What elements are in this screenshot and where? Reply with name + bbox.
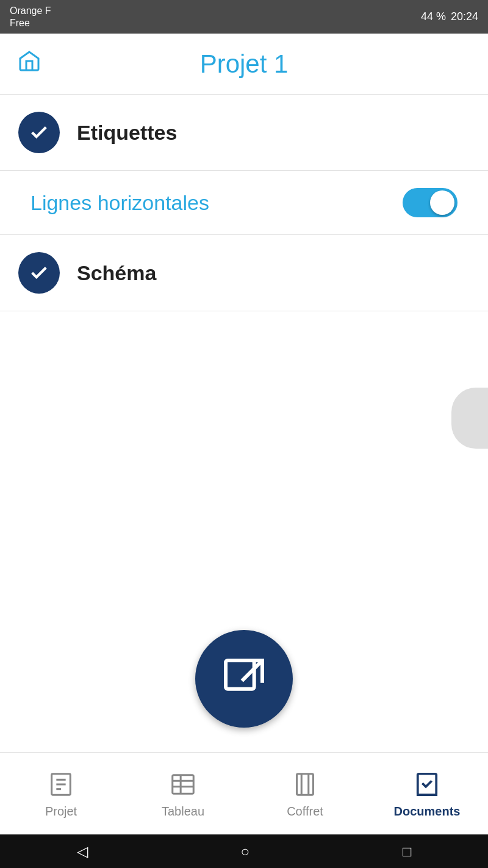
back-button[interactable]: ◁ [77, 843, 88, 860]
lignes-horizontales-label: Lignes horizontales [30, 191, 209, 215]
tableau-icon [168, 769, 198, 800]
nav-item-tableau[interactable]: Tableau [122, 769, 244, 819]
battery-label: 44 % [421, 10, 446, 23]
coffret-icon [290, 769, 320, 800]
content-area: Etiquettes Lignes horizontales Schéma [0, 95, 488, 311]
android-nav-bar: ◁ ○ □ [0, 834, 488, 868]
nav-item-coffret[interactable]: Coffret [244, 769, 366, 819]
page-title: Projet 1 [200, 49, 289, 79]
lignes-horizontales-row[interactable]: Lignes horizontales [0, 171, 488, 235]
schema-check-circle [18, 252, 60, 294]
documents-label: Documents [394, 805, 461, 819]
carrier-name: Orange F [10, 5, 51, 16]
carrier-plan: Free [10, 17, 51, 29]
coffret-label: Coffret [287, 805, 323, 819]
status-right: 44 % 20:24 [421, 10, 478, 23]
tableau-label: Tableau [162, 805, 204, 819]
fab-container [195, 630, 293, 728]
home-button[interactable]: ○ [241, 843, 250, 860]
bottom-nav: Projet Tableau Coffret [0, 752, 488, 834]
header: Projet 1 [0, 34, 488, 95]
home-icon[interactable] [17, 49, 41, 79]
action-fab-button[interactable] [195, 630, 293, 728]
carrier-info: Orange F Free [10, 5, 51, 28]
recents-button[interactable]: □ [403, 843, 412, 860]
etiquettes-row[interactable]: Etiquettes [0, 95, 488, 171]
nav-item-documents[interactable]: Documents [366, 769, 488, 819]
projet-label: Projet [45, 805, 77, 819]
svg-line-1 [242, 660, 262, 681]
status-bar: Orange F Free 44 % 20:24 [0, 0, 488, 34]
svg-rect-6 [173, 775, 194, 794]
nav-item-projet[interactable]: Projet [0, 769, 122, 819]
schema-row[interactable]: Schéma [0, 235, 488, 311]
side-handle[interactable] [451, 388, 488, 449]
etiquettes-check-circle [18, 112, 60, 153]
lignes-horizontales-toggle[interactable] [403, 188, 458, 217]
schema-label: Schéma [77, 261, 156, 285]
etiquettes-label: Etiquettes [77, 121, 177, 145]
time-label: 20:24 [451, 10, 478, 23]
documents-icon [412, 769, 442, 800]
svg-rect-10 [297, 773, 314, 795]
projet-icon [46, 769, 76, 800]
